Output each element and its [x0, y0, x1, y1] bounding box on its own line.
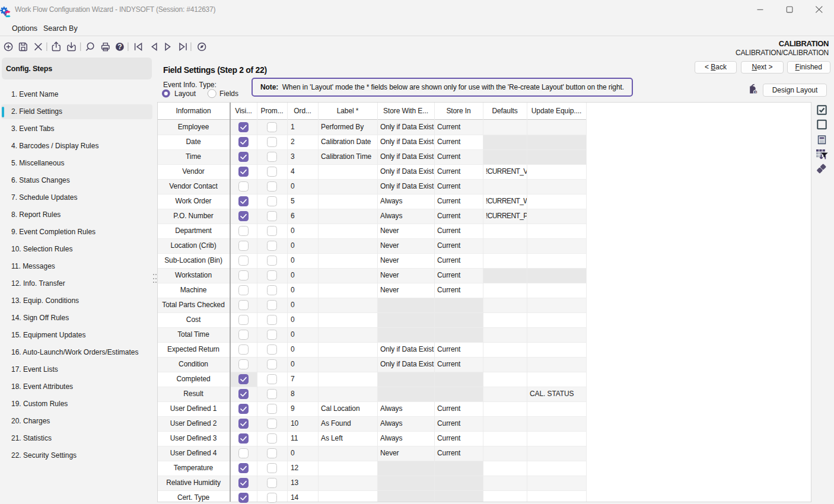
svg-text:?: ?	[117, 43, 122, 51]
svg-text:a: a	[755, 90, 757, 94]
